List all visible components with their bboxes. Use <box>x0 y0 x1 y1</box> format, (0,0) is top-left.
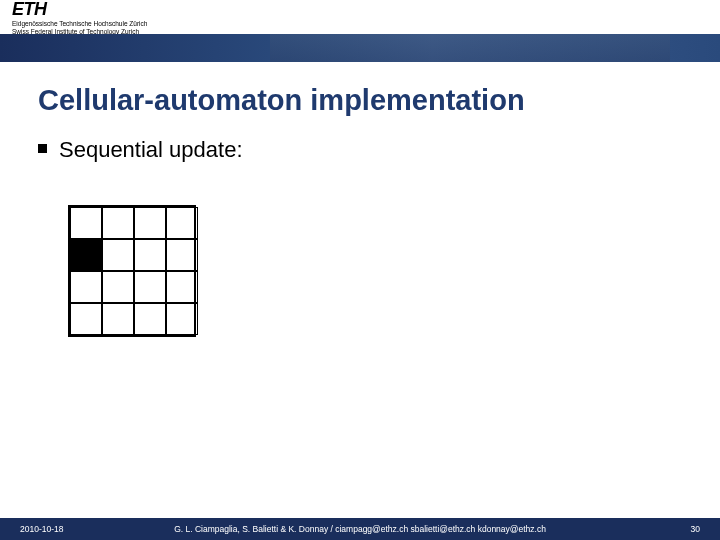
ca-cell <box>70 207 102 239</box>
ca-cell <box>70 271 102 303</box>
ca-grid-container <box>68 205 720 337</box>
ca-cell <box>102 303 134 335</box>
slide-title: Cellular-automaton implementation <box>38 84 720 117</box>
bullet-row: Sequential update: <box>38 137 720 163</box>
slide-footer: 2010-10-18 G. L. Ciampaglia, S. Balietti… <box>0 518 720 540</box>
header-banner-image <box>0 34 720 62</box>
ca-cell <box>134 303 166 335</box>
header-top: ETH Eidgenössische Technische Hochschule… <box>0 0 720 34</box>
ca-cell <box>166 303 198 335</box>
ca-cell <box>166 207 198 239</box>
eth-logo: ETH Eidgenössische Technische Hochschule… <box>12 0 147 35</box>
ca-cell <box>102 207 134 239</box>
footer-date: 2010-10-18 <box>20 524 63 534</box>
ca-cell <box>134 239 166 271</box>
ca-cell <box>134 271 166 303</box>
ca-cell <box>102 271 134 303</box>
bullet-marker-icon <box>38 144 47 153</box>
ca-cell <box>166 239 198 271</box>
footer-page-number: 30 <box>691 524 700 534</box>
ca-cell <box>134 207 166 239</box>
ca-cell <box>166 271 198 303</box>
ca-cell <box>70 239 102 271</box>
footer-authors: G. L. Ciampaglia, S. Balietti & K. Donna… <box>174 524 546 534</box>
ca-cell <box>102 239 134 271</box>
eth-logo-text: ETH <box>12 0 147 20</box>
bullet-text: Sequential update: <box>59 137 243 163</box>
slide-header: ETH Eidgenössische Technische Hochschule… <box>0 0 720 62</box>
ca-cell <box>70 303 102 335</box>
eth-logo-sub1: Eidgenössische Technische Hochschule Zür… <box>12 20 147 27</box>
ca-grid <box>68 205 196 337</box>
